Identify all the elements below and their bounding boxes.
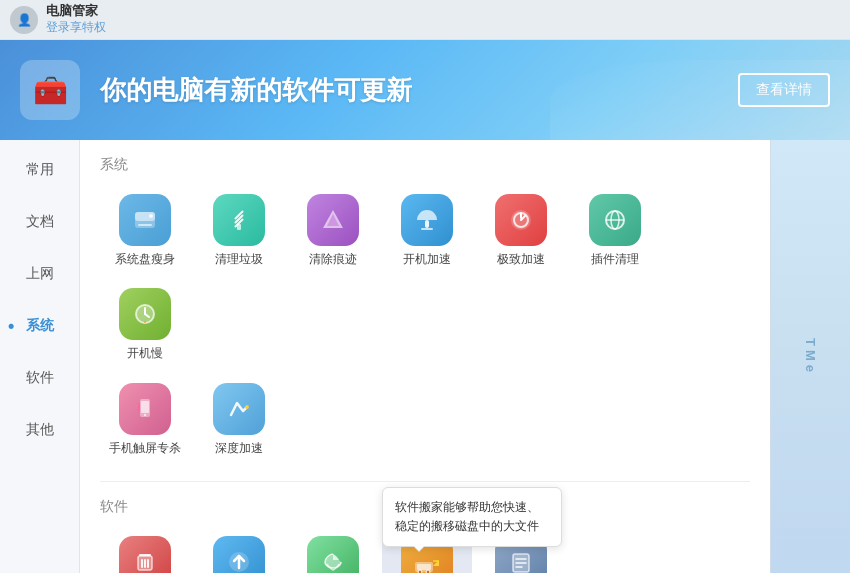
- tool-plugin-clean-label: 插件清理: [591, 252, 639, 268]
- tool-disk-slim-icon: [119, 194, 171, 246]
- sidebar-item-common[interactable]: 常用: [0, 144, 79, 196]
- tool-bookshelf-icon: [307, 536, 359, 573]
- tool-extreme-boost[interactable]: 极致加速: [476, 186, 566, 276]
- plugin-svg: [599, 204, 631, 236]
- tool-phone-screen-label: 手机触屏专杀: [109, 441, 181, 457]
- system-section-title: 系统: [100, 156, 750, 174]
- tool-clean-trace-icon: [307, 194, 359, 246]
- mover-svg: [411, 546, 443, 573]
- svg-rect-7: [237, 224, 241, 230]
- tool-upgrade[interactable]: 软件升级: [194, 528, 284, 573]
- upgrade-svg: [223, 546, 255, 573]
- sidebar-label-common: 常用: [26, 161, 54, 179]
- tool-extreme-boost-label: 极致加速: [497, 252, 545, 268]
- tool-bookshelf[interactable]: 小Q书桌: [288, 528, 378, 573]
- tool-boot-speed-label: 开机加速: [403, 252, 451, 268]
- sidebar-label-system: 系统: [26, 317, 54, 335]
- uninstall-svg: [129, 546, 161, 573]
- sidebar-item-document[interactable]: 文档: [0, 196, 79, 248]
- tool-clean-trash[interactable]: 清理垃圾: [194, 186, 284, 276]
- avatar[interactable]: 👤: [10, 6, 38, 34]
- tool-clean-trash-icon: [213, 194, 265, 246]
- tool-uninstall[interactable]: 软件卸载: [100, 528, 190, 573]
- main-layout: 常用 文档 上网 系统 软件 其他 系统: [0, 140, 850, 573]
- avatar-icon: 👤: [17, 13, 32, 27]
- tool-disk-slim[interactable]: 系统盘瘦身: [100, 186, 190, 276]
- trace-svg: [317, 204, 349, 236]
- tool-deep-boost[interactable]: 深度加速: [194, 375, 284, 465]
- app-title: 电脑管家: [46, 3, 106, 20]
- tool-startup-slow-icon: [119, 288, 171, 340]
- disk-svg: [129, 204, 161, 236]
- boost-svg: [505, 204, 537, 236]
- svg-rect-10: [425, 220, 429, 228]
- tool-plugin-clean[interactable]: 插件清理: [570, 186, 660, 276]
- tool-phone-screen-icon: [119, 383, 171, 435]
- tool-deep-boost-icon: [213, 383, 265, 435]
- right-panel-text: TMe: [803, 338, 818, 376]
- tool-clean-trace-label: 清除痕迹: [309, 252, 357, 268]
- svg-point-25: [144, 414, 146, 416]
- startup-svg: [129, 298, 161, 330]
- tool-plugin-clean-icon: [589, 194, 641, 246]
- sidebar-item-other[interactable]: 其他: [0, 404, 79, 456]
- tool-mover[interactable]: 软件搬家 软件搬家能够帮助您快速、稳定的搬移磁盘中的大文件: [382, 528, 472, 573]
- content-area: 系统 系统盘瘦身: [80, 140, 770, 573]
- login-link[interactable]: 登录享特权: [46, 20, 106, 36]
- svg-rect-35: [417, 564, 431, 570]
- tool-phone-screen[interactable]: 手机触屏专杀: [100, 375, 190, 465]
- sidebar-label-internet: 上网: [26, 265, 54, 283]
- banner-details-button[interactable]: 查看详情: [738, 73, 830, 107]
- svg-rect-38: [433, 560, 439, 562]
- header-bar: 👤 电脑管家 登录享特权: [0, 0, 850, 40]
- tool-disk-slim-label: 系统盘瘦身: [115, 252, 175, 268]
- svg-point-2: [149, 214, 153, 218]
- svg-rect-11: [421, 228, 433, 230]
- system-icon-grid-2: 手机触屏专杀 深度加速: [100, 375, 750, 465]
- sidebar-label-software: 软件: [26, 369, 54, 387]
- section-divider: [100, 481, 750, 482]
- system-icon-grid: 系统盘瘦身 清理垃圾: [100, 186, 750, 369]
- bookshelf-svg: [317, 546, 349, 573]
- clean-svg: [223, 204, 255, 236]
- sidebar-label-other: 其他: [26, 421, 54, 439]
- tool-uninstall-icon: [119, 536, 171, 573]
- tool-format-icon: [495, 536, 547, 573]
- tool-boot-speed-icon: [401, 194, 453, 246]
- banner-icon: 🧰: [20, 60, 80, 120]
- deepboost-svg: [223, 393, 255, 425]
- tool-format[interactable]: 软件: [476, 528, 566, 573]
- sidebar-item-software[interactable]: 软件: [0, 352, 79, 404]
- sidebar-item-internet[interactable]: 上网: [0, 248, 79, 300]
- software-section-title: 软件: [100, 498, 750, 516]
- svg-rect-26: [138, 403, 140, 411]
- banner-text: 你的电脑有新的软件可更新: [100, 73, 718, 108]
- svg-point-27: [245, 405, 249, 409]
- svg-rect-24: [141, 401, 149, 413]
- software-icon-grid: 软件卸载 软件升级: [100, 528, 750, 573]
- sidebar-item-system[interactable]: 系统: [0, 300, 79, 352]
- banner: 🧰 你的电脑有新的软件可更新 查看详情: [0, 40, 850, 140]
- tool-upgrade-icon: [213, 536, 265, 573]
- tool-clean-trace[interactable]: 清除痕迹: [288, 186, 378, 276]
- phone-svg: [129, 393, 161, 425]
- tool-boot-speed[interactable]: 开机加速: [382, 186, 472, 276]
- tool-startup-slow[interactable]: 开机慢: [100, 280, 190, 370]
- tool-mover-icon: [401, 536, 453, 573]
- tool-deep-boost-label: 深度加速: [215, 441, 263, 457]
- sidebar-label-document: 文档: [26, 213, 54, 231]
- tool-extreme-boost-icon: [495, 194, 547, 246]
- tool-startup-slow-label: 开机慢: [127, 346, 163, 362]
- format-svg: [505, 546, 537, 573]
- sidebar: 常用 文档 上网 系统 软件 其他: [0, 140, 80, 573]
- svg-rect-3: [138, 224, 152, 226]
- svg-point-22: [144, 321, 146, 323]
- tool-clean-trash-label: 清理垃圾: [215, 252, 263, 268]
- boot-svg: [411, 204, 443, 236]
- right-panel: TMe: [770, 140, 850, 573]
